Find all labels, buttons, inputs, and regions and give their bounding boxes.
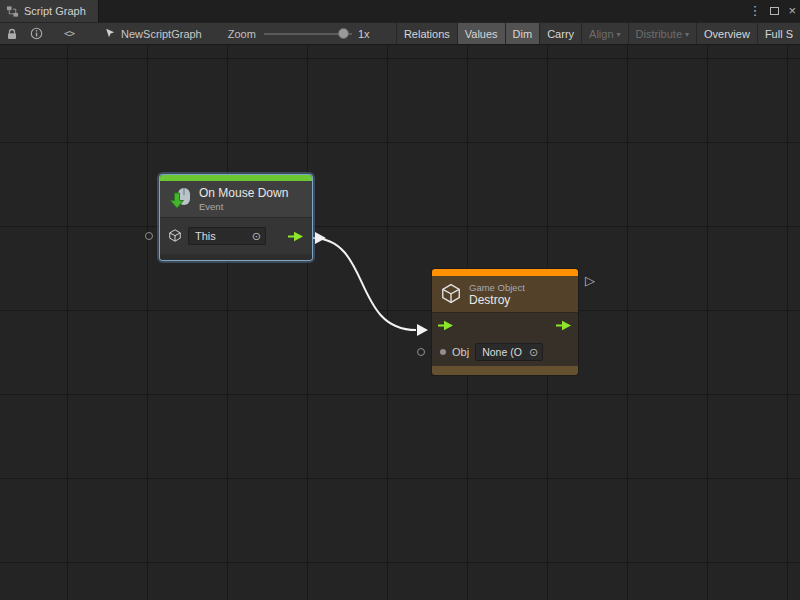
- mouse-event-icon: [168, 186, 192, 212]
- destroy-node-category: Game Object: [469, 282, 525, 293]
- event-node-footer: [160, 254, 312, 260]
- menu-icon[interactable]: ⋮: [748, 0, 761, 22]
- script-graph-icon: [6, 5, 19, 18]
- window-controls: ⋮ ×: [748, 0, 796, 22]
- chevron-down-icon: ▾: [685, 30, 689, 39]
- destroy-obj-row: Obj None (O ⊙: [432, 338, 578, 366]
- tab-script-graph[interactable]: Script Graph: [0, 0, 99, 22]
- distribute-button[interactable]: Distribute▾: [628, 23, 696, 45]
- event-node-header[interactable]: On Mouse Down Event: [160, 181, 312, 217]
- fullscreen-button[interactable]: Full S: [757, 23, 800, 45]
- graph-asset-icon: [104, 27, 116, 41]
- overview-button[interactable]: Overview: [696, 23, 757, 45]
- node-on-mouse-down[interactable]: On Mouse Down Event This ⊙: [160, 175, 312, 260]
- event-node-title: On Mouse Down: [199, 186, 288, 200]
- carry-button[interactable]: Carry: [539, 23, 581, 45]
- flow-input-port[interactable]: [438, 320, 454, 331]
- target-input-port[interactable]: [145, 232, 153, 240]
- obj-label: Obj: [452, 346, 469, 358]
- relations-button[interactable]: Relations: [396, 23, 457, 45]
- destroy-accent-bar: [432, 269, 578, 276]
- maximize-icon[interactable]: [770, 5, 779, 17]
- obj-port-dot: [440, 349, 446, 355]
- destroy-flow-row: ▷: [432, 312, 578, 338]
- zoom-slider-knob[interactable]: [338, 28, 349, 39]
- destroy-node-header[interactable]: Game Object Destroy: [432, 276, 578, 312]
- zoom-slider[interactable]: [264, 23, 352, 45]
- node-destroy[interactable]: Game Object Destroy ▷ Obj None (O: [432, 269, 578, 375]
- object-picker-icon[interactable]: ⊙: [252, 230, 261, 243]
- tab-title: Script Graph: [24, 5, 86, 17]
- gameobject-cube-icon: [168, 228, 182, 245]
- graph-name[interactable]: NewScriptGraph: [104, 27, 202, 41]
- object-picker-icon[interactable]: ⊙: [529, 346, 538, 359]
- trigger-output-port[interactable]: [288, 231, 304, 242]
- gameobject-cube-icon: [440, 282, 462, 307]
- values-button[interactable]: Values: [457, 23, 505, 45]
- info-icon[interactable]: [24, 23, 48, 45]
- obj-field[interactable]: None (O ⊙: [475, 343, 543, 361]
- lock-icon[interactable]: [0, 23, 24, 45]
- script-graph-window: Script Graph ⋮ × <> NewScriptGraph Zoom …: [0, 0, 800, 600]
- destroy-node-title: Destroy: [469, 293, 525, 307]
- zoom-label: Zoom: [228, 28, 256, 40]
- flow-output-triangle[interactable]: ▷: [585, 274, 595, 287]
- target-field[interactable]: This ⊙: [188, 227, 266, 245]
- tab-bar: Script Graph ⋮ ×: [0, 0, 800, 22]
- toolbar-buttons: Relations Values Dim Carry Align▾ Distri…: [396, 23, 800, 45]
- connection-wire: [0, 45, 800, 600]
- obj-input-port[interactable]: [417, 348, 425, 356]
- close-icon[interactable]: ×: [788, 0, 796, 22]
- code-icon[interactable]: <>: [64, 28, 74, 39]
- chevron-down-icon: ▾: [617, 30, 621, 39]
- zoom-value: 1x: [358, 28, 370, 40]
- flow-output-port[interactable]: [556, 320, 572, 331]
- destroy-node-footer: [432, 366, 578, 375]
- graph-toolbar: <> NewScriptGraph Zoom 1x Relations Valu…: [0, 22, 800, 45]
- dim-button[interactable]: Dim: [505, 23, 540, 45]
- graph-canvas[interactable]: On Mouse Down Event This ⊙: [0, 45, 800, 600]
- align-button[interactable]: Align▾: [581, 23, 627, 45]
- event-node-subtitle: Event: [199, 201, 288, 212]
